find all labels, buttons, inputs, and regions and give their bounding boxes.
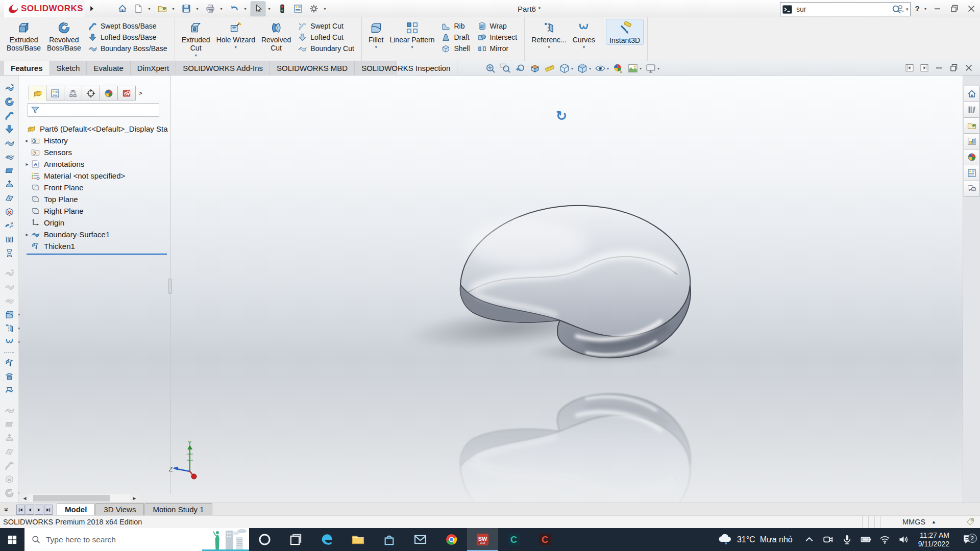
filter-input[interactable]: [40, 106, 159, 115]
tab-features[interactable]: Features: [4, 61, 50, 75]
tab-scroll-first-button[interactable]: [16, 505, 25, 515]
untrim-surface-button[interactable]: [3, 247, 16, 260]
view-palette-tab[interactable]: [964, 133, 979, 149]
taskbar-clock[interactable]: 11:27 AM 9/11/2022: [918, 531, 949, 548]
units-dropdown-icon[interactable]: ▲: [932, 519, 936, 524]
display-style-dropdown[interactable]: ▾: [589, 66, 591, 71]
view-settings-button[interactable]: ▾: [645, 63, 659, 74]
tree-item[interactable]: Sensors: [19, 146, 170, 158]
tab-dimxpert[interactable]: DimXpert: [131, 61, 177, 75]
measure-button[interactable]: [544, 63, 555, 74]
boundary-boss-base-button[interactable]: Boundary Boss/Base: [86, 43, 169, 54]
tab-solidworks-mbd[interactable]: SOLIDWORKS MBD: [270, 61, 355, 75]
hide-show-items-button[interactable]: ▾: [595, 63, 609, 74]
taskbar-app-solidworks[interactable]: SW2018: [467, 528, 498, 551]
taskbar-app-chrome[interactable]: [436, 528, 467, 551]
boundary-surface-button[interactable]: [3, 137, 16, 149]
panel-splitter-grip[interactable]: [168, 279, 172, 294]
tree-item[interactable]: Thicken1: [19, 240, 170, 252]
zoom-to-fit-button[interactable]: [485, 63, 496, 74]
delete-face-button[interactable]: [3, 206, 16, 218]
tree-item[interactable]: ▸AAnnotations: [19, 158, 170, 170]
open-document-button[interactable]: [155, 2, 169, 16]
wifi-button[interactable]: [879, 534, 891, 545]
minimize-document-button[interactable]: [934, 63, 944, 73]
options-dropdown[interactable]: ▾: [322, 2, 328, 16]
help-button[interactable]: ?: [912, 3, 923, 14]
instant3d-button[interactable]: Instant3D: [606, 19, 644, 45]
linear-pattern-dropdown[interactable]: ▾: [411, 45, 413, 49]
study-tab-motion-study-1[interactable]: Motion Study 1: [144, 503, 212, 515]
edit-appearance-button[interactable]: [612, 63, 624, 74]
reference-geometry-button[interactable]: Referenc...▾: [528, 19, 569, 49]
hidden-icons-button[interactable]: [803, 534, 815, 545]
tree-item[interactable]: Part6 (Default<<Default>_Display Sta: [19, 123, 170, 135]
tab-scroll-next-button[interactable]: [35, 505, 43, 515]
apply-scene-dropdown[interactable]: ▾: [640, 66, 642, 71]
search-box[interactable]: ▾: [780, 2, 911, 16]
apply-scene-button[interactable]: ▾: [627, 63, 642, 74]
shell-button[interactable]: Shell: [439, 43, 472, 54]
fillet-button[interactable]: Fillet▾: [365, 19, 387, 49]
file-explorer-pane-tab[interactable]: [964, 117, 979, 134]
view-orientation-button[interactable]: ▾: [559, 63, 573, 74]
wrap-button[interactable]: Wrap: [475, 21, 520, 31]
filled-surface-button[interactable]: [3, 151, 16, 163]
hole-wizard-button[interactable]: Hole Wizard▾: [213, 19, 258, 49]
lofted-cut-button[interactable]: Lofted Cut: [296, 32, 356, 42]
restore-window-button[interactable]: [949, 3, 960, 14]
expand-arrow-icon[interactable]: ▸: [23, 232, 31, 237]
tab-scroll-prev-button[interactable]: [26, 505, 34, 515]
collapse-pane-left-button[interactable]: [904, 63, 915, 73]
dimxpertmanager-tab[interactable]: [82, 86, 100, 101]
search-input[interactable]: [795, 5, 890, 14]
mirror-button[interactable]: Mirror: [475, 43, 520, 54]
lofted-surface-button[interactable]: [3, 123, 16, 136]
meet-now-button[interactable]: [822, 534, 834, 545]
scroll-left-arrow[interactable]: ◄: [20, 494, 29, 502]
linear-pattern-button[interactable]: Linear Pattern▾: [386, 19, 437, 49]
tree-item[interactable]: ▸Boundary-Surface1: [19, 229, 170, 240]
taskbar-app-edge[interactable]: [311, 528, 342, 551]
minimize-window-button[interactable]: [932, 3, 943, 14]
options-button[interactable]: [306, 2, 321, 16]
hole-wizard-dropdown[interactable]: ▾: [235, 45, 237, 49]
tab-sketch[interactable]: Sketch: [50, 61, 87, 75]
print-dropdown[interactable]: ▾: [218, 2, 224, 16]
cam-inspection-tab[interactable]: S: [118, 86, 136, 101]
taskbar-app-microsoft-store[interactable]: [374, 528, 405, 551]
thickened-cut-button[interactable]: [3, 370, 16, 383]
curves-button[interactable]: Curves▾: [570, 19, 598, 49]
extruded-cut-dropdown[interactable]: ▾: [195, 53, 197, 58]
swept-boss-base-button[interactable]: Swept Boss/Base: [86, 21, 169, 31]
propertymanager-tab[interactable]: [46, 86, 64, 101]
help-dropdown[interactable]: ▾: [924, 7, 926, 11]
revolved-boss-base-button[interactable]: RevolvedBoss/Base: [44, 19, 84, 52]
cut-with-surface-button[interactable]: [3, 384, 16, 397]
panel-tabs-expand[interactable]: >: [136, 86, 145, 101]
tree-item[interactable]: Front Plane: [19, 182, 170, 193]
thicken-tool-button[interactable]: [3, 357, 16, 369]
tree-item[interactable]: Origin: [19, 217, 170, 229]
save-button[interactable]: [179, 2, 193, 16]
knit-surface-button[interactable]: [3, 233, 16, 246]
taskbar-search[interactable]: Type here to search: [24, 528, 249, 551]
appearances-scenes-tab[interactable]: [964, 149, 979, 165]
ruled-surface-button[interactable]: [3, 192, 16, 205]
close-window-button[interactable]: [966, 3, 977, 14]
tab-evaluate[interactable]: Evaluate: [87, 61, 130, 75]
tree-item[interactable]: ▸History: [19, 135, 170, 146]
select-button[interactable]: [251, 2, 265, 16]
draft-button[interactable]: Draft: [439, 32, 472, 42]
volume-button[interactable]: [898, 534, 910, 545]
expand-pane-right-button[interactable]: [919, 63, 929, 73]
tag-icon[interactable]: [966, 517, 975, 527]
expand-arrow-icon[interactable]: ▸: [23, 138, 31, 143]
reference-geometry-side-dropdown[interactable]: ▾: [18, 327, 20, 331]
tab-scroll-last-button[interactable]: [44, 505, 53, 515]
action-center-button[interactable]: 2: [955, 533, 980, 546]
logo-flyout-arrow-icon[interactable]: [88, 5, 95, 12]
study-tab-3d-views[interactable]: 3D Views: [95, 503, 144, 515]
planar-surface-button[interactable]: [3, 164, 16, 177]
taskbar-app-file-explorer[interactable]: [342, 528, 374, 551]
